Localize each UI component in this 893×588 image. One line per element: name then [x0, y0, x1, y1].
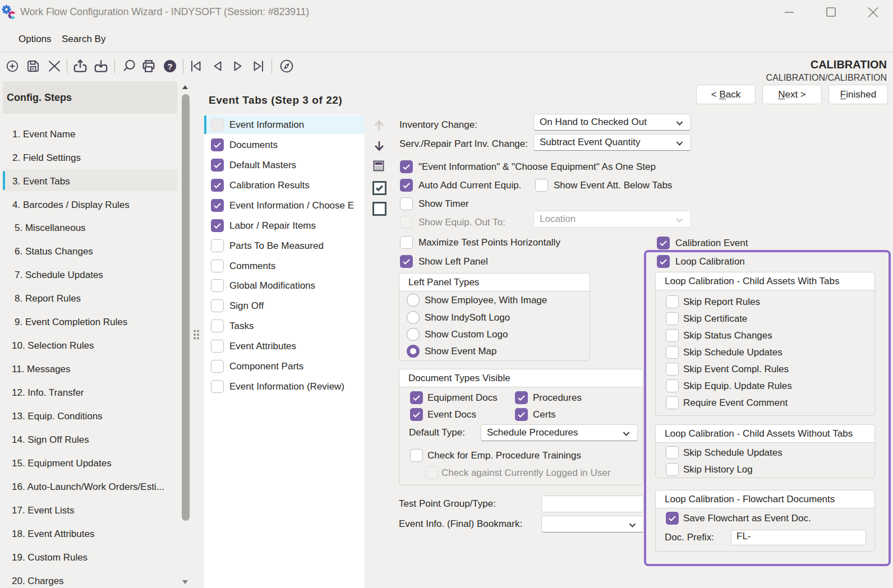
svg-text:?: ? [167, 62, 172, 71]
